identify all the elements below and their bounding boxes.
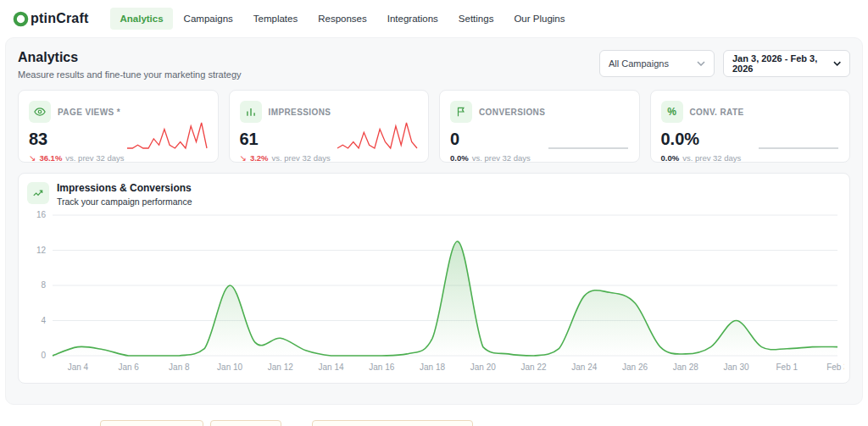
campaign-select-value: All Campaigns [609,58,669,69]
svg-text:Jan 8: Jan 8 [169,362,190,372]
svg-text:Jan 18: Jan 18 [420,362,445,372]
delta-value: 0.0% [450,153,469,163]
cutoff-element [210,420,281,426]
stat-card-conversions: CONVERSIONS 0 0.0% vs. prev 32 days [439,90,640,163]
nav-item-responses[interactable]: Responses [309,8,376,30]
chevron-down-icon [697,61,705,66]
date-range-picker[interactable]: Jan 3, 2026 - Feb 3, 2026 [723,50,850,77]
chart-subtitle: Track your campaign performance [57,196,192,207]
sparkline [126,118,208,152]
svg-text:Feb 3: Feb 3 [826,362,844,372]
stat-card-conv-rate: % CONV. RATE 0.0% 0.0% vs. prev 32 days [650,90,851,163]
stat-delta: ↘ 3.2% vs. prev 32 days [240,153,419,163]
cutoff-element [312,420,473,426]
svg-text:16: 16 [36,210,47,219]
logo[interactable]: ptinCraft [12,10,88,27]
trend-down-icon: ↘ [240,154,247,163]
chart-title: Impressions & Conversions [57,182,192,194]
delta-note: vs. prev 32 days [472,153,531,163]
page-title: Analytics [18,50,242,65]
trend-down-icon: ↘ [29,154,36,163]
nav-item-campaigns[interactable]: Campaigns [175,8,242,30]
page-header: Analytics Measure results and fine-tune … [18,50,850,80]
stat-card-page-views: PAGE VIEWS * 83 ↘ 36.1% vs. prev 32 days [18,90,219,163]
logo-text: ptinCraft [31,11,88,26]
svg-text:Jan 26: Jan 26 [622,362,648,372]
sparkline [548,118,629,152]
delta-value: 36.1% [39,153,62,163]
sparkline [337,118,418,152]
nav-item-analytics[interactable]: Analytics [110,8,172,30]
svg-text:Jan 28: Jan 28 [673,362,698,372]
delta-value: 3.2% [250,153,269,163]
delta-note: vs. prev 32 days [272,153,331,163]
nav-item-settings[interactable]: Settings [449,8,504,30]
date-range-value: Jan 3, 2026 - Feb 3, 2026 [732,53,833,74]
delta-note: vs. prev 32 days [682,153,741,163]
top-nav: Analytics Campaigns Templates Responses … [110,8,574,30]
svg-text:Jan 16: Jan 16 [369,362,394,372]
page-subtitle: Measure results and fine-tune your marke… [18,69,242,80]
svg-text:0: 0 [41,351,46,360]
percent-icon: % [661,101,683,123]
delta-value: 0.0% [661,153,680,163]
bar-chart-icon [240,101,262,123]
top-navbar: ptinCraft Analytics Campaigns Templates … [0,0,868,37]
chart-header: Impressions & Conversions Track your cam… [27,182,841,207]
logo-o-icon [12,10,29,27]
stat-label: PAGE VIEWS * [58,108,120,117]
stat-label: CONVERSIONS [479,108,545,117]
nav-item-our-plugins[interactable]: Our Plugins [504,8,574,30]
campaign-performance-chart: 0481216Jan 4Jan 6Jan 8Jan 10Jan 12Jan 14… [27,208,844,378]
nav-item-integrations[interactable]: Integrations [378,8,448,30]
trending-up-icon [27,182,49,204]
stat-label: IMPRESSIONS [269,108,331,117]
stat-delta: 0.0% vs. prev 32 days [450,153,629,163]
filter-controls: All Campaigns Jan 3, 2026 - Feb 3, 2026 [599,50,850,77]
svg-text:Jan 6: Jan 6 [118,362,139,372]
svg-text:Jan 30: Jan 30 [724,362,749,372]
svg-text:Jan 20: Jan 20 [470,362,496,372]
svg-text:Jan 14: Jan 14 [319,362,344,372]
flag-icon [450,101,472,123]
sparkline [758,118,839,152]
analytics-section: Analytics Measure results and fine-tune … [5,37,863,405]
footer-strip [0,405,868,426]
svg-text:8: 8 [41,280,46,290]
stat-label: CONV. RATE [690,108,744,117]
eye-icon [29,101,51,123]
cutoff-element [100,420,203,426]
svg-text:Feb 1: Feb 1 [776,362,798,372]
stat-card-impressions: IMPRESSIONS 61 ↘ 3.2% vs. prev 32 days [229,90,430,163]
svg-text:12: 12 [36,246,47,255]
campaign-select[interactable]: All Campaigns [599,50,715,77]
impressions-conversions-card: Impressions & Conversions Track your cam… [18,173,850,384]
svg-text:Jan 4: Jan 4 [68,362,89,372]
svg-text:Jan 24: Jan 24 [571,362,597,372]
nav-item-templates[interactable]: Templates [244,8,307,30]
stat-delta: 0.0% vs. prev 32 days [661,153,840,163]
svg-text:Jan 12: Jan 12 [268,362,293,372]
svg-text:Jan 22: Jan 22 [521,362,547,372]
svg-text:4: 4 [41,316,46,325]
chevron-down-icon [833,61,841,66]
svg-text:Jan 10: Jan 10 [217,362,242,372]
stat-delta: ↘ 36.1% vs. prev 32 days [29,153,208,163]
stats-row: PAGE VIEWS * 83 ↘ 36.1% vs. prev 32 days… [18,90,850,163]
delta-note: vs. prev 32 days [65,153,124,163]
